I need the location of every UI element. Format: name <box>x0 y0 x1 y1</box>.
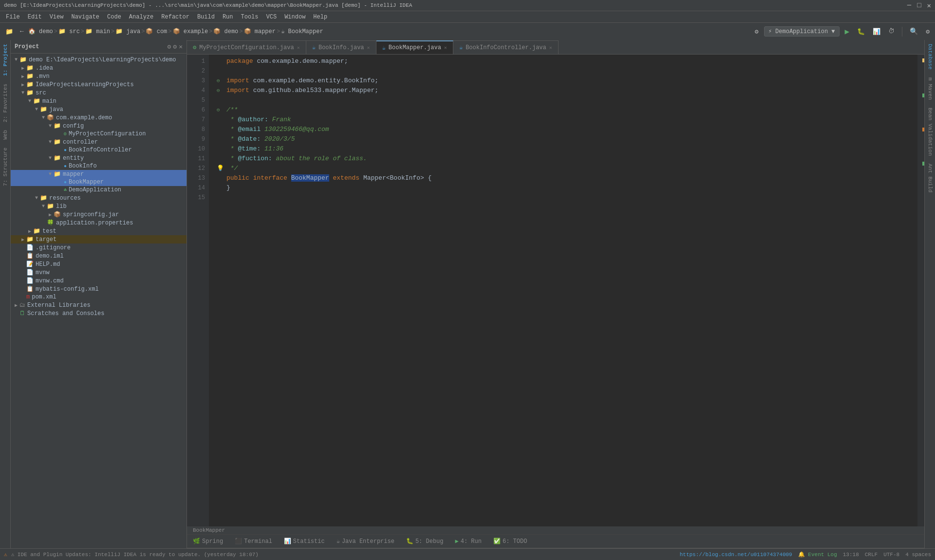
coverage-button[interactable]: 📊 <box>870 26 883 37</box>
tree-item-application-properties[interactable]: 🍀 application.properties <box>11 219 187 227</box>
menu-code[interactable]: Code <box>103 13 125 21</box>
tree-item-com-example-demo[interactable]: ▼ 📦 com.example.demo <box>11 113 187 122</box>
breadcrumb-src[interactable]: 📁 src <box>58 28 80 35</box>
menu-refactor[interactable]: Refactor <box>157 13 193 21</box>
tab-terminal[interactable]: ⬛ Terminal <box>229 536 278 547</box>
tree-item-springconfig-jar[interactable]: ▶ 📦 springconfig.jar <box>11 210 187 219</box>
breadcrumb-java[interactable]: 📁 java <box>115 28 140 35</box>
tree-item-mybatis-config[interactable]: 📋 mybatis-config.xml <box>11 285 187 293</box>
menu-tools[interactable]: Tools <box>237 13 262 21</box>
status-url[interactable]: https://blog.csdn.net/u011074374009 <box>680 552 792 558</box>
settings-button[interactable]: ⚙ <box>923 26 932 37</box>
tree-item-myprojectconfig[interactable]: ⚙ MyProjectConfiguration <box>11 130 187 138</box>
left-icon-structure[interactable]: 7: Structure <box>1 144 9 190</box>
tab-close-icon[interactable]: ✕ <box>297 45 300 51</box>
tree-item-mapper[interactable]: ▼ 📁 mapper <box>11 170 187 178</box>
tab-bookinfo[interactable]: ☕ BookInfo.java ✕ <box>306 40 376 54</box>
tab-myprojectconfig[interactable]: ⚙ MyProjectConfiguration.java ✕ <box>187 40 306 54</box>
breadcrumb-main[interactable]: 📁 main <box>85 28 110 35</box>
left-icon-project[interactable]: 1: Project <box>1 40 9 80</box>
tree-item-bookinfoctrl[interactable]: ● BookInfoController <box>11 146 187 154</box>
debug-button[interactable]: 🐛 <box>855 26 867 37</box>
breadcrumb-example[interactable]: 📦 example <box>173 28 208 35</box>
tree-item-bookmapper[interactable]: ● BookMapper <box>11 178 187 186</box>
tab-bookinfoctrl[interactable]: ☕ BookInfoController.java ✕ <box>453 40 559 54</box>
run-button[interactable]: ▶ <box>842 25 852 38</box>
tab-todo[interactable]: ✅ 6: TODO <box>487 536 533 547</box>
menu-vcs[interactable]: VCS <box>262 13 281 21</box>
maximize-button[interactable]: □ <box>917 1 921 10</box>
tree-item-config[interactable]: ▼ 📁 config <box>11 122 187 130</box>
menu-window[interactable]: Window <box>280 13 309 21</box>
menu-run[interactable]: Run <box>219 13 237 21</box>
menu-build[interactable]: Build <box>193 13 219 21</box>
project-settings-icon[interactable]: ⚙ <box>168 43 171 51</box>
close-button[interactable]: ✕ <box>927 1 931 10</box>
breadcrumb-bookmapper[interactable]: ☕ BookMapper <box>281 28 323 35</box>
tree-item-mvnw-cmd[interactable]: 📄 mvnw.cmd <box>11 277 187 285</box>
tab-close-icon[interactable]: ✕ <box>444 45 447 51</box>
status-event-log[interactable]: 🔔 Event Log <box>798 551 837 558</box>
tree-item-demoapplication[interactable]: ☘ DemoApplication <box>11 186 187 194</box>
tree-item-test[interactable]: ▶ 📁 test <box>11 227 187 235</box>
tree-item-external-libs[interactable]: ▶ 🗂 External Libraries <box>11 301 187 309</box>
breadcrumb-demo[interactable]: 🏠 demo <box>28 28 53 35</box>
breadcrumb-mapper[interactable]: 📦 mapper <box>244 28 276 35</box>
right-icon-database[interactable]: Database <box>926 40 934 74</box>
left-icon-favorites[interactable]: 2: Favorites <box>1 80 9 126</box>
fold-marker-3[interactable]: ⊖ <box>217 78 220 84</box>
code-editor[interactable]: package com.example.demo.mapper; ⊖ impor… <box>209 55 917 526</box>
tree-item-lib[interactable]: ▼ 📁 lib <box>11 202 187 210</box>
search-everywhere-button[interactable]: 🔍 <box>907 26 920 37</box>
run-config-dropdown[interactable]: ⚡ DemoApplication ▼ <box>764 26 840 37</box>
tree-item-idea[interactable]: ▶ 📁 .idea <box>11 64 187 72</box>
tree-item-mvn[interactable]: ▶ 📁 .mvn <box>11 72 187 80</box>
profile-button[interactable]: ⏱ <box>886 26 897 37</box>
tree-item-java[interactable]: ▼ 📁 java <box>11 105 187 113</box>
project-gear-icon[interactable]: ⚙ <box>173 43 177 51</box>
menu-view[interactable]: View <box>46 13 68 21</box>
tab-bookmapper[interactable]: ☕ BookMapper.java ✕ <box>376 40 453 54</box>
tree-item-bookinfo[interactable]: ● BookInfo <box>11 162 187 170</box>
tree-item-resources[interactable]: ▼ 📁 resources <box>11 194 187 202</box>
menu-navigate[interactable]: Navigate <box>67 13 103 21</box>
left-icon-web[interactable]: Web <box>1 126 9 144</box>
tree-item-demo-root[interactable]: ▼ 📁 demo E:\IdeaProjects\LearningProject… <box>11 56 187 64</box>
fold-marker-6[interactable]: ⊖ <box>217 107 220 113</box>
tree-item-pom-xml[interactable]: m pom.xml <box>11 293 187 301</box>
toolbar-settings-icon[interactable]: ⚙ <box>752 26 761 37</box>
menu-help[interactable]: Help <box>309 13 331 21</box>
toolbar-back-button[interactable]: ← <box>18 26 26 37</box>
tree-item-main[interactable]: ▼ 📁 main <box>11 97 187 105</box>
tab-close-icon[interactable]: ✕ <box>549 45 552 51</box>
minimize-button[interactable]: ─ <box>907 1 911 10</box>
tree-item-ideaprojects[interactable]: ▶ 📁 IdeaProjectsLearningProjects <box>11 80 187 89</box>
right-icon-bean-validation[interactable]: Bean Validation <box>926 104 934 160</box>
project-close-icon[interactable]: ✕ <box>179 43 183 51</box>
breadcrumb-demo2[interactable]: 📦 demo <box>213 28 238 35</box>
tree-item-mvnw[interactable]: 📄 mvnw <box>11 268 187 277</box>
tree-item-demo-iml[interactable]: 📋 demo.iml <box>11 252 187 260</box>
tab-close-icon[interactable]: ✕ <box>367 45 370 51</box>
tree-item-src[interactable]: ▼ 📁 src <box>11 89 187 97</box>
tree-item-entity[interactable]: ▼ 📁 entity <box>11 154 187 162</box>
toolbar-project-icon[interactable]: 📁 <box>3 26 16 37</box>
lightbulb-icon[interactable]: 💡 <box>217 165 224 172</box>
tree-item-scratches[interactable]: 🗒 Scratches and Consoles <box>11 309 187 317</box>
tree-item-target[interactable]: ▶ 📁 target <box>11 235 187 243</box>
tab-debug[interactable]: 🐛 5: Debug <box>400 536 449 547</box>
menu-file[interactable]: File <box>2 13 24 21</box>
fold-marker-4[interactable]: ⊖ <box>217 88 220 93</box>
tree-item-help-md[interactable]: 📝 HELP.md <box>11 260 187 268</box>
tab-run[interactable]: ▶ 4: Run <box>449 536 487 547</box>
menu-edit[interactable]: Edit <box>24 13 46 21</box>
tab-spring[interactable]: 🌿 Spring <box>187 536 229 547</box>
right-icon-ant-build[interactable]: Ant Build <box>926 160 934 196</box>
breadcrumb-com[interactable]: 📦 com <box>146 28 167 35</box>
status-update-message[interactable]: ⚠ IDE and Plugin Updates: IntelliJ IDEA … <box>11 551 259 558</box>
menu-analyze[interactable]: Analyze <box>125 13 157 21</box>
tree-item-controller[interactable]: ▼ 📁 controller <box>11 138 187 146</box>
tab-statistic[interactable]: 📊 Statistic <box>278 536 331 547</box>
tree-item-gitignore[interactable]: 📄 .gitignore <box>11 243 187 252</box>
right-icon-maven[interactable]: m Maven <box>926 74 934 104</box>
